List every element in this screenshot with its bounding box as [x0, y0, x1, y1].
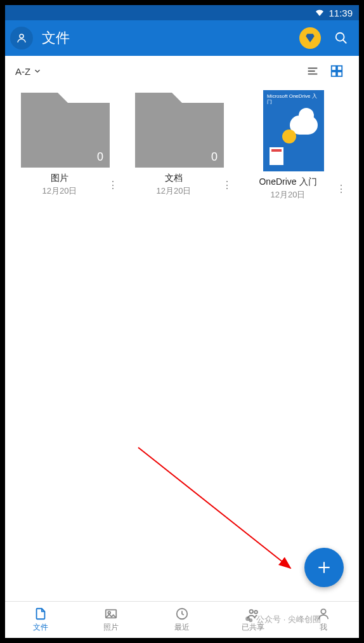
svg-line-2 — [343, 40, 347, 44]
item-date: 12月20日 — [126, 185, 222, 197]
photo-icon — [104, 607, 118, 621]
premium-button[interactable] — [299, 27, 321, 49]
svg-rect-7 — [337, 66, 342, 70]
svg-point-18 — [254, 611, 257, 614]
person-icon — [16, 32, 27, 44]
svg-point-1 — [336, 33, 344, 41]
folder-item[interactable]: 0 图片 12月20日 ⋮ — [11, 90, 119, 201]
svg-rect-6 — [332, 66, 336, 70]
nav-label: 最近 — [174, 622, 190, 633]
svg-point-15 — [108, 611, 111, 614]
diamond-icon — [304, 32, 316, 44]
watermark: 公众号 · 尖峰创圈 — [245, 614, 321, 625]
wechat-icon — [245, 615, 254, 624]
wifi-icon — [315, 8, 325, 18]
watermark-text: 公众号 · 尖峰创圈 — [256, 614, 321, 625]
item-date: 12月20日 — [11, 185, 108, 197]
plus-icon — [316, 559, 332, 576]
status-bar: 11:39 — [5, 5, 359, 20]
search-button[interactable] — [328, 25, 354, 51]
nav-files[interactable]: 文件 — [5, 602, 76, 638]
folder-icon: 0 — [21, 103, 110, 168]
list-view-button[interactable] — [301, 59, 325, 83]
account-avatar-button[interactable] — [10, 27, 33, 50]
folder-item[interactable]: 0 文档 12月20日 ⋮ — [126, 90, 233, 201]
file-item[interactable]: Microsoft OneDrive 入门 OneDrive 入门 12月20日… — [240, 90, 348, 201]
svg-point-0 — [20, 34, 23, 38]
folder-count: 0 — [211, 150, 218, 164]
sun-icon — [282, 129, 296, 143]
item-name: OneDrive 入门 — [240, 176, 336, 188]
item-more-button[interactable]: ⋮ — [336, 176, 348, 195]
item-date: 12月20日 — [240, 189, 336, 201]
item-name: 图片 — [11, 173, 108, 184]
clock-icon — [175, 607, 189, 621]
sort-dropdown[interactable]: A-Z — [15, 66, 42, 77]
grid-view-button[interactable] — [325, 59, 349, 83]
document-thumbnail-title: Microsoft OneDrive 入门 — [267, 94, 320, 105]
nav-label: 照片 — [103, 622, 119, 633]
item-more-button[interactable]: ⋮ — [108, 173, 119, 191]
nav-recent[interactable]: 最近 — [146, 602, 218, 638]
folder-icon: 0 — [135, 103, 224, 168]
svg-rect-8 — [332, 72, 336, 76]
svg-point-17 — [249, 610, 253, 614]
file-grid: 0 图片 12月20日 ⋮ 0 — [11, 90, 353, 201]
svg-point-19 — [322, 609, 326, 614]
page-title: 文件 — [42, 29, 299, 48]
document-thumbnail: Microsoft OneDrive 入门 — [263, 90, 324, 171]
content-area: 0 图片 12月20日 ⋮ 0 — [5, 86, 359, 601]
status-time: 11:39 — [328, 8, 353, 18]
list-icon — [306, 64, 320, 78]
app-bar: 文件 — [5, 20, 359, 56]
svg-rect-9 — [337, 72, 342, 76]
sort-view-row: A-Z — [5, 56, 359, 86]
item-more-button[interactable]: ⋮ — [222, 173, 233, 191]
chevron-down-icon — [33, 67, 42, 76]
grid-icon — [330, 64, 344, 78]
item-name: 文档 — [126, 173, 222, 184]
add-fab[interactable] — [304, 548, 344, 587]
nav-photos[interactable]: 照片 — [76, 602, 147, 638]
folder-count: 0 — [97, 150, 103, 164]
sort-label-text: A-Z — [15, 66, 30, 77]
search-icon — [334, 31, 348, 45]
svg-point-21 — [249, 618, 253, 622]
nav-label: 文件 — [33, 622, 48, 633]
page-icon — [270, 147, 283, 165]
file-icon — [34, 607, 48, 621]
